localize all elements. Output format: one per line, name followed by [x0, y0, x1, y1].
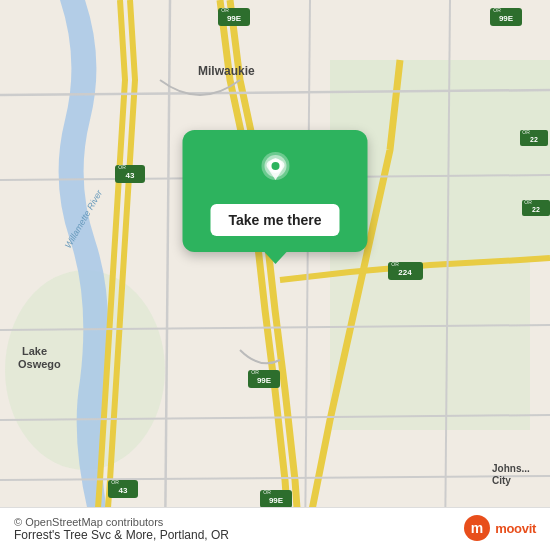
svg-text:OR: OR: [111, 479, 119, 485]
moovit-label: moovit: [495, 521, 536, 536]
moovit-logo: m moovit: [463, 514, 536, 542]
location-text: Forrest's Tree Svc & More, Portland, OR: [14, 528, 536, 542]
svg-text:Milwaukie: Milwaukie: [198, 64, 255, 78]
svg-text:OR: OR: [493, 7, 501, 13]
map-container: Willamette River 99E OR: [0, 0, 550, 550]
svg-text:22: 22: [530, 136, 538, 143]
svg-text:99E: 99E: [227, 14, 242, 23]
svg-text:224: 224: [398, 268, 412, 277]
svg-text:City: City: [492, 475, 511, 486]
svg-text:OR: OR: [391, 261, 399, 267]
svg-text:43: 43: [119, 486, 128, 495]
svg-text:99E: 99E: [269, 496, 284, 505]
svg-text:OR: OR: [263, 489, 271, 495]
take-me-there-button[interactable]: Take me there: [210, 204, 339, 236]
svg-text:43: 43: [126, 171, 135, 180]
svg-text:OR: OR: [524, 199, 532, 205]
moovit-icon: m: [463, 514, 491, 542]
svg-text:OR: OR: [118, 164, 126, 170]
svg-text:Johns...: Johns...: [492, 463, 530, 474]
bottom-bar: © OpenStreetMap contributors Forrest's T…: [0, 507, 550, 550]
svg-text:OR: OR: [522, 129, 530, 135]
svg-text:22: 22: [532, 206, 540, 213]
svg-text:Lake: Lake: [22, 345, 47, 357]
pin-icon: [253, 148, 297, 192]
svg-text:Oswego: Oswego: [18, 358, 61, 370]
svg-text:99E: 99E: [257, 376, 272, 385]
roads-layer: Willamette River 99E OR: [0, 0, 550, 550]
svg-point-48: [271, 162, 279, 170]
svg-text:OR: OR: [251, 369, 259, 375]
svg-text:OR: OR: [221, 7, 229, 13]
svg-text:99E: 99E: [499, 14, 514, 23]
location-card: Take me there: [183, 130, 368, 252]
copyright-text: © OpenStreetMap contributors: [14, 516, 536, 528]
svg-text:m: m: [471, 520, 483, 536]
